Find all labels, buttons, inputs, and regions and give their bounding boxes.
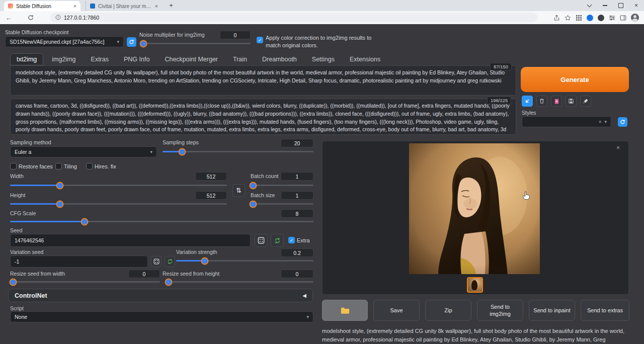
chevron-down-icon: ▾	[117, 39, 119, 44]
refresh-styles-button[interactable]	[618, 117, 627, 127]
extra-networks-button[interactable]	[551, 96, 562, 107]
chevron-down-icon[interactable]	[582, 0, 597, 11]
browser-tab-civitai[interactable]: Civitai | Share your models ×	[86, 1, 162, 11]
noise-multiplier-label: Noise multiplier for img2img	[139, 32, 205, 38]
extra-seed-checkbox[interactable]: ✓	[288, 237, 295, 243]
sampling-method-label: Sampling method	[10, 139, 51, 145]
refresh-checkpoint-button[interactable]	[127, 37, 136, 47]
color-correction-checkbox[interactable]: ✓	[257, 37, 263, 43]
script-value: None	[15, 314, 27, 320]
sampling-steps-slider[interactable]	[163, 151, 313, 152]
random-seed-button[interactable]	[255, 234, 268, 247]
width-value[interactable]: 512	[195, 172, 227, 181]
hires-fix-checkbox[interactable]	[86, 163, 93, 169]
bookmark-star-icon[interactable]	[565, 15, 571, 21]
random-variation-seed-button[interactable]	[151, 256, 162, 267]
seed-input[interactable]: 1476462546	[10, 234, 251, 247]
new-tab-button[interactable]: +	[167, 2, 175, 10]
open-folder-button[interactable]	[322, 300, 368, 321]
profile-avatar[interactable]	[631, 14, 639, 22]
negative-prompt-textarea[interactable]: canvas frame, cartoon, 3d, ((disfigured)…	[10, 99, 516, 135]
reuse-variation-seed-button[interactable]	[165, 256, 175, 267]
tab-settings[interactable]: Settings	[305, 53, 341, 65]
cfg-scale-slider[interactable]	[10, 221, 313, 222]
styles-dropdown[interactable]: × ▾	[522, 116, 611, 127]
variation-strength-slider[interactable]	[176, 260, 313, 262]
minimize-button[interactable]	[597, 0, 613, 11]
back-icon[interactable]: ←	[4, 13, 13, 22]
tab-close-icon[interactable]: ×	[73, 4, 76, 9]
browser-tab-stable-diffusion[interactable]: Stable Diffusion ×	[4, 1, 80, 11]
apply-style-button[interactable]	[580, 96, 591, 107]
site-info-icon[interactable]	[55, 15, 61, 20]
cfg-scale-label: CFG Scale	[10, 210, 36, 216]
checkpoint-dropdown[interactable]: SD15NewVAEpruned.ckpt [27a4ac756c] ▾	[5, 36, 124, 47]
resize-seed-width-value[interactable]: 0	[128, 270, 160, 278]
tab-img2img[interactable]: img2img	[45, 53, 82, 65]
maximize-button[interactable]	[613, 0, 628, 11]
resize-seed-width-slider[interactable]	[10, 281, 160, 283]
noise-multiplier-value[interactable]: 0	[220, 31, 251, 39]
restore-faces-label: Restore faces	[19, 163, 53, 169]
noise-multiplier-slider[interactable]	[141, 43, 251, 44]
tab-dreambooth[interactable]: Dreambooth	[256, 53, 303, 65]
extension-blue-icon[interactable]	[587, 15, 593, 21]
tab-checkpoint-merger[interactable]: Checkpoint Merger	[158, 53, 224, 65]
tab-extras[interactable]: Extras	[85, 53, 115, 65]
controlnet-accordion[interactable]: ControlNet ◀	[8, 289, 313, 302]
close-window-button[interactable]: ×	[628, 0, 644, 11]
prompt-textarea[interactable]: modelshoot style, (extremely detailed CG…	[10, 65, 516, 96]
zip-button[interactable]: Zip	[425, 300, 471, 321]
hires-fix-label: Hires. fix	[95, 163, 116, 169]
chevron-down-icon: ▾	[604, 119, 607, 124]
sampling-method-dropdown[interactable]: Euler a ▾	[10, 146, 157, 157]
resize-seed-height-value[interactable]: 0	[281, 270, 313, 278]
sliders-icon[interactable]	[609, 15, 615, 21]
swap-width-height-button[interactable]: ⇅	[232, 184, 245, 197]
tab-txt2img[interactable]: txt2img	[10, 53, 43, 65]
height-value[interactable]: 512	[195, 191, 227, 200]
address-bar[interactable]: 127.0.0.1:7860	[50, 13, 537, 22]
clear-prompt-button[interactable]	[536, 96, 547, 107]
send-to-extras-button[interactable]: Send to extras	[581, 300, 629, 321]
save-button[interactable]: Save	[373, 300, 420, 321]
variation-seed-input[interactable]: -1	[10, 255, 148, 268]
side-panel-icon[interactable]	[620, 15, 626, 21]
generated-image[interactable]	[409, 143, 540, 274]
variation-strength-value[interactable]: 0.2	[281, 248, 313, 257]
civitai-favicon	[90, 4, 95, 9]
reload-icon[interactable]	[26, 13, 35, 22]
generate-button[interactable]: Generate	[521, 67, 629, 92]
height-slider[interactable]	[10, 203, 227, 205]
gallery-thumbnail[interactable]	[467, 277, 483, 293]
reuse-seed-button[interactable]	[271, 234, 284, 247]
share-icon[interactable]	[553, 15, 560, 21]
restore-faces-checkbox[interactable]	[10, 163, 17, 169]
resize-seed-height-label: Resize seed from height	[163, 271, 219, 277]
batch-count-value[interactable]: 1	[281, 172, 313, 181]
tab-png-info[interactable]: PNG Info	[117, 53, 156, 65]
output-gallery: ×	[322, 141, 629, 295]
send-to-img2img-button[interactable]: Send to img2img	[477, 300, 523, 321]
tiling-checkbox[interactable]	[55, 163, 62, 169]
paste-params-button[interactable]	[522, 96, 533, 107]
script-dropdown[interactable]: None ▾	[10, 311, 313, 322]
tab-train[interactable]: Train	[226, 53, 254, 65]
batch-size-slider[interactable]	[251, 203, 313, 205]
media-control-icon[interactable]	[598, 15, 604, 21]
tab-close-icon[interactable]: ×	[155, 4, 158, 9]
batch-count-slider[interactable]	[251, 185, 313, 186]
tab-extensions[interactable]: Extensions	[343, 53, 387, 65]
script-label: Script	[10, 305, 24, 311]
resize-seed-height-slider[interactable]	[166, 281, 313, 283]
apps-grid-icon[interactable]	[576, 15, 582, 21]
clear-styles-icon[interactable]: ×	[599, 119, 602, 125]
width-slider[interactable]	[10, 185, 227, 186]
mouse-cursor	[522, 191, 530, 200]
sampling-steps-value[interactable]: 20	[281, 139, 313, 147]
send-to-inpaint-button[interactable]: Send to inpaint	[529, 300, 575, 321]
cfg-scale-value[interactable]: 8	[281, 209, 313, 218]
close-gallery-icon[interactable]: ×	[616, 144, 620, 151]
save-style-button[interactable]	[566, 96, 577, 107]
batch-size-value[interactable]: 1	[281, 191, 313, 200]
